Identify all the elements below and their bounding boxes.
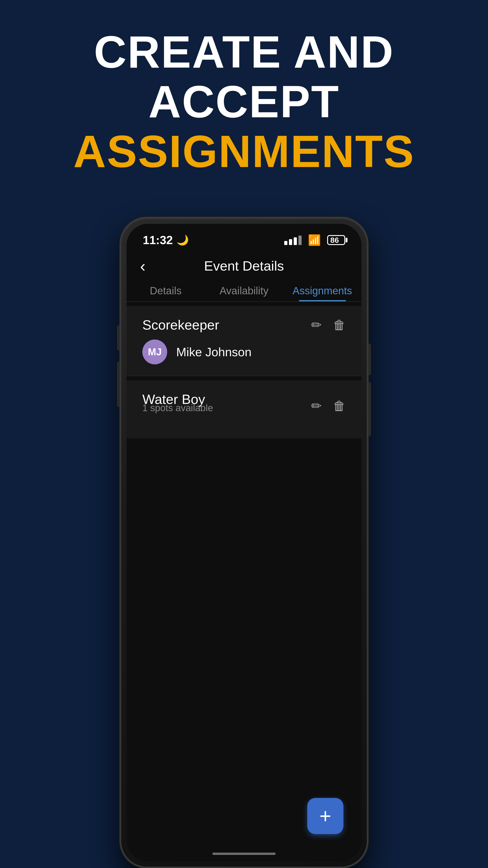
status-bar: 11:32 🌙 📶 86 — [127, 224, 361, 251]
avatar-mike: MJ — [142, 340, 167, 364]
battery-indicator: 86 — [327, 235, 345, 245]
person-row-mike: MJ Mike Johnson — [142, 340, 346, 364]
status-right-group: 📶 86 — [284, 234, 345, 246]
tab-details[interactable]: Details — [127, 278, 205, 301]
assignment-actions-waterboy: ✏ 🗑 — [311, 399, 346, 413]
home-indicator — [213, 852, 275, 855]
wifi-icon: 📶 — [308, 234, 321, 246]
volume-down-button — [117, 362, 120, 407]
status-time-group: 11:32 🌙 — [143, 233, 189, 247]
tab-availability[interactable]: Availability — [205, 278, 283, 301]
person-name-mike: Mike Johnson — [176, 345, 252, 359]
assignment-subtitle-waterboy: 1 spots available — [142, 403, 213, 413]
tab-assignments[interactable]: Assignments — [283, 278, 361, 301]
fab-add-button[interactable]: + — [307, 798, 344, 834]
hero-line2: ASSIGNMENTS — [0, 127, 488, 176]
signal-bar-4 — [298, 236, 302, 245]
assignment-header: Scorekeeper ✏ 🗑 — [142, 317, 346, 333]
clock-time: 11:32 — [143, 233, 173, 247]
tab-bar: Details Availability Assignments — [127, 278, 361, 302]
mute-button — [117, 326, 120, 350]
assignment-card-scorekeeper: Scorekeeper ✏ 🗑 MJ Mike Johnson — [127, 306, 361, 376]
assignment-title-scorekeeper: Scorekeeper — [142, 317, 219, 333]
delete-scorekeeper-button[interactable]: 🗑 — [333, 318, 346, 332]
page-title: Event Details — [204, 258, 284, 274]
hero-section: CREATE AND ACCEPT ASSIGNMENTS — [0, 27, 488, 176]
phone-wrapper: 11:32 🌙 📶 86 — [120, 217, 368, 868]
signal-icon — [284, 235, 302, 245]
phone-screen: 11:32 🌙 📶 86 — [127, 224, 361, 861]
delete-waterboy-button[interactable]: 🗑 — [333, 399, 346, 413]
back-button[interactable]: ‹ — [140, 257, 145, 275]
edit-waterboy-button[interactable]: ✏ — [311, 399, 322, 413]
app-header: ‹ Event Details — [127, 251, 361, 278]
power-button — [368, 344, 371, 375]
hero-line1: CREATE AND ACCEPT — [0, 27, 488, 127]
assignment-actions-scorekeeper: ✏ 🗑 — [311, 318, 346, 332]
card-divider-1 — [127, 376, 361, 376]
signal-bar-2 — [289, 239, 292, 245]
moon-icon: 🌙 — [176, 234, 189, 246]
battery-level: 86 — [330, 236, 339, 245]
signal-bar-3 — [294, 237, 297, 245]
assignment-card-waterboy: Water Boy 1 spots available ✏ 🗑 — [127, 380, 361, 438]
content-area: Scorekeeper ✏ 🗑 MJ Mike Johnson — [127, 302, 361, 861]
edit-scorekeeper-button[interactable]: ✏ — [311, 318, 322, 332]
fab-plus-icon: + — [320, 806, 331, 826]
assignment-header-waterboy: Water Boy 1 spots available ✏ 🗑 — [142, 392, 346, 420]
volume-up-button — [368, 382, 371, 436]
signal-bar-1 — [284, 241, 287, 245]
